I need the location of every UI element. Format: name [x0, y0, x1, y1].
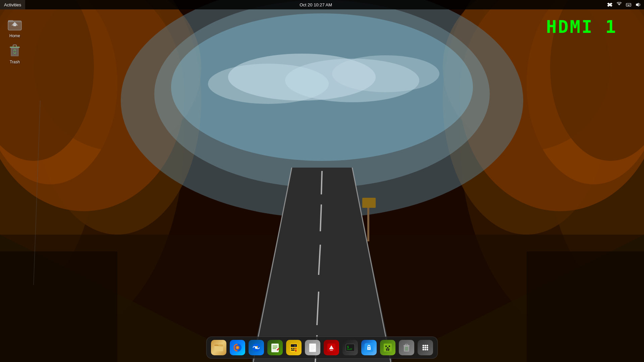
svg-point-110 — [427, 345, 428, 347]
terminal-dock-item[interactable]: $ _ bash — [341, 339, 359, 356]
topbar: Activities Oct 20 10:27 AM — [0, 0, 644, 9]
trash-desktop-icon[interactable]: Trash — [3, 41, 27, 66]
dock: 0 — [206, 337, 438, 359]
home-icon-label: Home — [9, 34, 20, 38]
minecraft-dock-item[interactable] — [379, 339, 396, 356]
background-svg — [0, 0, 644, 362]
svg-rect-95 — [385, 346, 387, 347]
files-dock-item[interactable] — [210, 339, 227, 356]
appstore-dock-item[interactable] — [360, 339, 378, 356]
trash-icon-label: Trash — [10, 60, 20, 64]
svg-point-108 — [423, 345, 424, 347]
svg-point-115 — [425, 349, 426, 351]
svg-rect-44 — [630, 4, 630, 5]
editor-dock-item[interactable] — [266, 339, 284, 356]
topbar-left: Activities — [0, 0, 25, 9]
datetime-label: Oct 20 10:27 AM — [300, 2, 332, 7]
svg-rect-42 — [627, 4, 628, 5]
svg-rect-98 — [386, 349, 387, 350]
svg-rect-78 — [295, 350, 297, 352]
svg-rect-79 — [291, 350, 294, 351]
desktop-icons-container: Home Trash — [0, 12, 30, 68]
svg-point-111 — [423, 347, 424, 349]
desktop-background — [0, 0, 644, 362]
svg-rect-38 — [527, 251, 644, 362]
svg-rect-43 — [628, 4, 629, 5]
svg-rect-88 — [330, 350, 333, 351]
svg-point-109 — [425, 345, 426, 347]
svg-point-112 — [425, 347, 426, 349]
svg-point-116 — [427, 349, 428, 351]
svg-point-61 — [236, 347, 238, 349]
dropbox-tray-icon[interactable] — [606, 1, 613, 8]
notes-dock-item[interactable] — [304, 339, 321, 356]
activities-button[interactable]: Activities — [0, 0, 25, 9]
svg-rect-102 — [388, 350, 389, 351]
firefox-dock-item[interactable] — [229, 339, 246, 356]
svg-rect-66 — [271, 344, 279, 352]
svg-rect-53 — [10, 47, 19, 48]
apps-grid-dock-item[interactable] — [417, 339, 434, 356]
calculator-dock-item[interactable]: 0 — [285, 339, 303, 356]
svg-point-114 — [423, 349, 424, 351]
hdmi-label: HDMI 1 — [546, 17, 617, 37]
home-icon-image — [7, 16, 23, 32]
svg-point-40 — [619, 4, 620, 5]
svg-rect-99 — [388, 349, 389, 350]
thunderbird-dock-item[interactable] — [248, 339, 265, 356]
svg-text:bash: bash — [347, 348, 352, 350]
svg-rect-71 — [291, 344, 297, 347]
volume-tray-icon[interactable] — [635, 1, 641, 8]
network-tray-icon[interactable] — [616, 1, 623, 8]
topbar-center: Oct 20 10:27 AM — [300, 2, 332, 7]
svg-rect-96 — [389, 346, 390, 347]
svg-rect-74 — [293, 348, 294, 349]
svg-point-64 — [257, 346, 258, 347]
svg-rect-73 — [291, 348, 292, 349]
keyboard-tray-icon[interactable] — [625, 1, 632, 8]
svg-rect-75 — [295, 348, 297, 349]
transmission-dock-item[interactable] — [323, 339, 340, 356]
svg-point-21 — [332, 55, 439, 92]
svg-rect-97 — [387, 347, 388, 349]
svg-line-26 — [321, 171, 322, 194]
activities-label: Activities — [4, 2, 21, 7]
svg-rect-80 — [309, 344, 316, 352]
svg-point-113 — [427, 347, 428, 349]
svg-rect-37 — [0, 251, 117, 362]
home-desktop-icon[interactable]: Home — [3, 15, 27, 40]
svg-rect-101 — [386, 350, 387, 351]
svg-marker-46 — [636, 3, 639, 7]
svg-rect-45 — [628, 5, 630, 6]
svg-rect-104 — [404, 345, 410, 346]
trash-icon-image — [7, 42, 23, 58]
svg-rect-34 — [362, 198, 376, 208]
trash-dock-item[interactable] — [398, 339, 415, 356]
topbar-right — [606, 1, 644, 8]
